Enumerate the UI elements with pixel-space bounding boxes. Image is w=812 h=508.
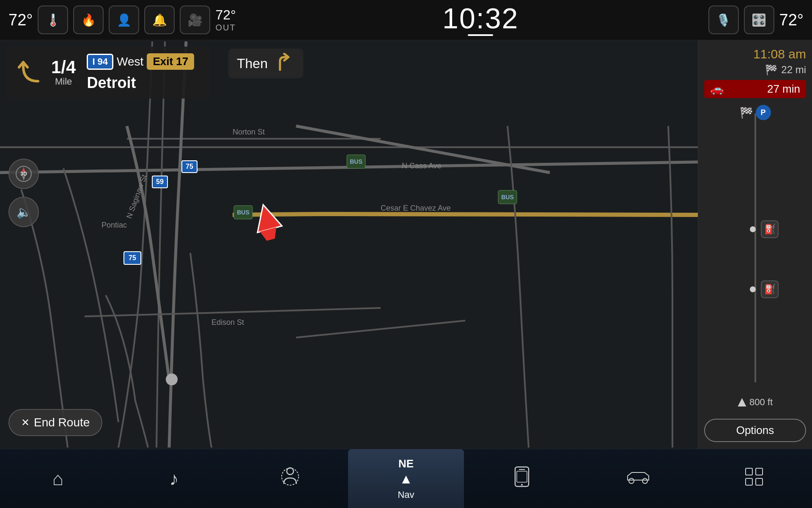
svg-rect-0: [0, 41, 698, 448]
svg-text:BUS: BUS: [350, 158, 362, 165]
distance-arrow-up-icon: [738, 398, 746, 406]
top-bar: 72° 🌡️ 🔥 👤 🔔 🎥 72° OUT 10:32 🎙️ 🎛️: [0, 0, 812, 40]
end-route-label: End Route: [34, 416, 90, 429]
svg-point-30: [629, 478, 634, 483]
top-bar-left: 72° 🌡️ 🔥 👤 🔔 🎥 72° OUT: [8, 5, 253, 34]
destination-name: Detroit: [87, 74, 194, 92]
steering-icon: 🎛️: [752, 13, 766, 27]
bell-icon: 🔔: [152, 13, 167, 27]
top-bar-right: 🎙️ 🎛️ 72°: [708, 5, 804, 34]
eta-time: 11:08 am: [704, 47, 806, 61]
then-arrow-icon: [274, 53, 295, 74]
person-icon: 👤: [117, 13, 132, 27]
edison-st-label: Edison St: [211, 318, 244, 327]
right-panel: 11:08 am 🏁 22 mi 🚗 27 min 🏁 P ⛽ ⛽ 800 ft: [698, 40, 812, 449]
route-time-value: 27 min: [767, 82, 800, 96]
highway-direction: West: [117, 55, 143, 69]
svg-rect-32: [746, 468, 752, 475]
svg-text:3D: 3D: [20, 171, 27, 177]
nav-item-home[interactable]: ⌂: [0, 449, 116, 508]
i94-badge: I 94: [87, 54, 113, 70]
route-distance: 🏁 22 mi: [704, 64, 806, 76]
poi-dot-2: [750, 286, 756, 292]
destination-circle: P: [756, 105, 771, 120]
svg-rect-28: [517, 471, 527, 482]
volume-button[interactable]: 🔈: [8, 197, 39, 227]
nav-label-nav: Nav: [398, 489, 414, 500]
svg-text:75: 75: [129, 254, 136, 261]
nav-item-driver[interactable]: [232, 449, 348, 508]
svg-text:BUS: BUS: [501, 194, 514, 200]
checkered-flag-icon: 🏁: [740, 106, 753, 119]
n-cass-ave-label: N Cass Ave: [402, 162, 442, 170]
camera-button[interactable]: 🎥: [180, 5, 210, 34]
poi-dot-1: [750, 226, 756, 232]
apps-icon: [744, 467, 764, 491]
steering-button[interactable]: 🎛️: [744, 5, 774, 34]
then-label: Then: [237, 56, 268, 71]
fuel-icon-2: ⛽: [761, 280, 779, 298]
svg-text:BUS: BUS: [237, 209, 250, 216]
nav-item-vehicle[interactable]: [580, 449, 696, 508]
svg-rect-33: [756, 468, 763, 475]
nav-item-music[interactable]: ♪: [116, 449, 232, 508]
options-button[interactable]: Options: [704, 419, 806, 442]
clock-underline: [468, 34, 493, 36]
distance-value: 1/4: [51, 58, 76, 76]
home-icon: ⌂: [52, 468, 64, 489]
timeline-line: [754, 113, 756, 382]
compass-icon: 3D: [14, 165, 33, 183]
car-traffic-icon: 🚗: [710, 82, 724, 96]
temp-right: 72°: [779, 11, 804, 29]
clock-area: 10:32: [442, 4, 518, 36]
mic-icon: 🎙️: [716, 13, 731, 27]
svg-rect-34: [746, 478, 752, 485]
nav-item-phone[interactable]: [464, 449, 580, 508]
distance-info: 1/4 Mile: [51, 58, 76, 87]
exit-badge: Exit 17: [147, 53, 194, 70]
cesar-chavez-label: Cesar E Chavez Ave: [381, 204, 451, 212]
mic-button[interactable]: 🎙️: [708, 5, 739, 34]
person-button[interactable]: 👤: [109, 5, 139, 34]
driver-icon: [280, 466, 301, 492]
route-distance-value: 22 mi: [781, 64, 806, 76]
fan-button[interactable]: 🔥: [73, 5, 104, 34]
nav-item-nav[interactable]: NE ▲ Nav: [348, 449, 464, 508]
temp-left: 72°: [8, 11, 33, 29]
nav-item-apps[interactable]: [696, 449, 812, 508]
fan-icon: 🔥: [81, 13, 96, 27]
music-icon: ♪: [169, 468, 178, 489]
bell-button[interactable]: 🔔: [144, 5, 175, 34]
end-route-button[interactable]: ✕ End Route: [8, 409, 102, 436]
route-time-bar: 🚗 27 min: [704, 80, 806, 98]
distance-marker-value: 800 ft: [749, 397, 773, 408]
svg-point-31: [642, 478, 647, 483]
svg-text:59: 59: [156, 178, 164, 185]
clock: 10:32: [442, 4, 518, 33]
svg-text:75: 75: [186, 163, 193, 170]
vehicle-icon: [625, 468, 651, 489]
distance-unit: Mile: [55, 76, 72, 87]
then-panel: Then: [228, 49, 303, 78]
camera-icon: 🎥: [188, 13, 203, 27]
volume-icon: 🔈: [16, 205, 31, 219]
map-location-dot: [166, 373, 178, 385]
heat-button[interactable]: 🌡️: [38, 5, 68, 34]
phone-icon: [513, 466, 530, 492]
compass-box: NE ▲: [398, 457, 414, 487]
compass-arrow-icon: ▲: [399, 471, 413, 487]
checkered-flag-small-icon: 🏁: [765, 64, 778, 76]
3d-view-button[interactable]: 3D: [8, 159, 39, 189]
pontiac-label: Pontiac: [102, 221, 127, 229]
highway-badge: I 94 West Exit 17: [87, 53, 194, 70]
map-area[interactable]: Norton St N Cass Ave Cesar E Chavez Ave …: [0, 40, 698, 449]
svg-rect-35: [756, 478, 763, 485]
bottom-nav-bar: ⌂ ♪ NE ▲ Nav: [0, 449, 812, 508]
close-icon: ✕: [21, 417, 30, 428]
compass-direction: NE: [398, 457, 414, 470]
distance-marker: 800 ft: [738, 397, 773, 408]
route-timeline: 🏁 P ⛽ ⛽ 800 ft: [704, 101, 806, 416]
fuel-icon-1: ⛽: [761, 220, 779, 238]
nav-instruction-panel: 1/4 Mile I 94 West Exit 17 Detroit: [6, 47, 209, 99]
norton-st-label: Norton St: [233, 128, 265, 136]
